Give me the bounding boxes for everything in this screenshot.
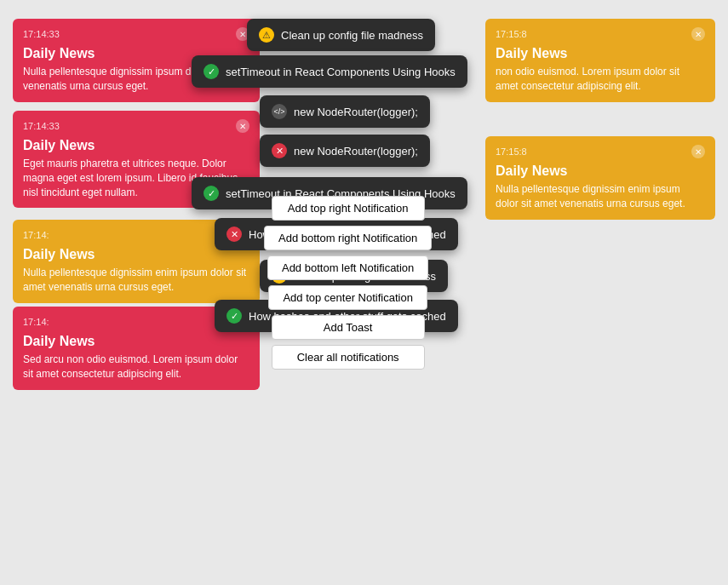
notif-title-2: Daily News — [23, 138, 249, 153]
toast-text-1: Clean up config file madness — [281, 29, 423, 42]
toast-text-2: setTimeout in React Components Using Hoo… — [226, 66, 456, 78]
notif-body-3: Nulla pellentesque dignissim enim ipsum … — [23, 266, 249, 295]
notif-body-4: Sed arcu non odio euismod. Lorem ipsum d… — [23, 353, 249, 381]
toast-success-icon-8: ✓ — [226, 308, 242, 324]
toast-2: ✓ setTimeout in React Components Using H… — [192, 55, 467, 88]
add-bottom-right-button[interactable]: Add bottom right Notification — [264, 226, 432, 250]
control-panel: Add top right Notification Add bottom ri… — [264, 196, 432, 370]
toast-code-icon-3: </> — [272, 104, 287, 119]
notif-body-6: Nulla pellentesque dignissim enim ipsum … — [496, 182, 705, 211]
notif-header-5: 17:15:8 ✕ — [496, 27, 705, 41]
toast-text-4: new NodeRouter(logger); — [294, 145, 418, 158]
notif-body-5: non odio euismod. Lorem ipsum dolor sit … — [496, 65, 705, 94]
notif-header-1: 17:14:33 ✕ — [23, 27, 249, 41]
clear-all-button[interactable]: Clear all notifications — [272, 345, 425, 370]
toast-success-icon-2: ✓ — [203, 64, 219, 79]
notification-card-5: 17:15:8 ✕ Daily News non odio euismod. L… — [485, 19, 715, 102]
notif-title-5: Daily News — [496, 46, 705, 61]
toast-error-icon-6: ✕ — [226, 227, 242, 242]
close-notif-6[interactable]: ✕ — [691, 145, 705, 158]
notif-time-5: 17:15:8 — [496, 29, 527, 39]
notif-title-3: Daily News — [23, 247, 249, 262]
toast-4: ✕ new NodeRouter(logger); — [260, 135, 430, 167]
notif-time-4: 17:14: — [23, 317, 49, 327]
add-top-center-button[interactable]: Add top center Notification — [268, 285, 427, 310]
add-toast-button[interactable]: Add Toast — [272, 315, 425, 340]
notif-header-6: 17:15:8 ✕ — [496, 145, 705, 158]
toast-text-3: new NodeRouter(logger); — [294, 106, 418, 118]
notif-time-3: 17:14: — [23, 230, 49, 240]
toast-success-icon-5: ✓ — [203, 186, 219, 201]
notif-title-6: Daily News — [496, 163, 705, 179]
add-bottom-left-button[interactable]: Add bottom left Notification — [267, 255, 428, 280]
toast-1: ⚠ Clean up config file madness — [247, 19, 435, 51]
add-top-right-button[interactable]: Add top right Notification — [272, 196, 425, 221]
close-notif-2[interactable]: ✕ — [236, 119, 249, 133]
toast-error-icon-4: ✕ — [272, 143, 287, 158]
notif-time-2: 17:14:33 — [23, 121, 60, 131]
toast-3: </> new NodeRouter(logger); — [260, 95, 430, 128]
toast-warning-icon-1: ⚠ — [259, 27, 274, 43]
notif-time-6: 17:15:8 — [496, 146, 527, 157]
notif-title-4: Daily News — [23, 334, 249, 349]
close-notif-5[interactable]: ✕ — [691, 27, 705, 41]
notification-card-6: 17:15:8 ✕ Daily News Nulla pellentesque … — [485, 136, 715, 220]
notif-header-2: 17:14:33 ✕ — [23, 119, 249, 133]
notif-time-1: 17:14:33 — [23, 29, 60, 39]
